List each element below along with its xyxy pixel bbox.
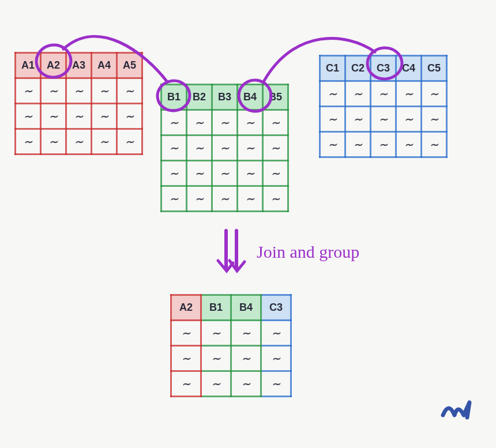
table-row: ∼∼∼∼∼: [161, 135, 288, 161]
col-header-A2: A2: [41, 53, 66, 78]
diagram-canvas: A1 A2 A3 A4 A5 ∼∼∼∼∼ ∼∼∼∼∼ ∼∼∼∼∼ B1 B2 B…: [0, 0, 496, 448]
result-table: A2 B1 B4 C3 ∼∼∼∼ ∼∼∼∼ ∼∼∼∼: [170, 294, 292, 397]
table-row: A2 B1 B4 C3: [171, 295, 291, 321]
col-header-B3: B3: [212, 85, 238, 110]
col-header-A5: A5: [117, 53, 142, 78]
table-row: ∼∼∼∼∼: [16, 104, 142, 129]
operation-label: Join and group: [257, 242, 359, 262]
result-col-B4: B4: [231, 295, 261, 321]
result-col-C3: C3: [261, 295, 291, 321]
result-col-A2: A2: [171, 295, 201, 321]
table-row: B1 B2 B3 B4 B5: [161, 85, 288, 110]
col-header-A4: A4: [92, 53, 117, 78]
col-header-B1: B1: [161, 85, 187, 110]
table-b: B1 B2 B3 B4 B5 ∼∼∼∼∼ ∼∼∼∼∼ ∼∼∼∼∼ ∼∼∼∼∼: [160, 84, 289, 212]
table-a: A1 A2 A3 A4 A5 ∼∼∼∼∼ ∼∼∼∼∼ ∼∼∼∼∼: [14, 52, 143, 155]
result-col-B1: B1: [201, 295, 231, 321]
col-header-C4: C4: [396, 56, 422, 81]
table-row: ∼∼∼∼∼: [320, 81, 447, 107]
col-header-C1: C1: [320, 56, 345, 81]
col-header-B5: B5: [263, 85, 288, 110]
table-row: ∼∼∼∼∼: [16, 129, 142, 155]
table-row: ∼∼∼∼∼: [161, 186, 288, 212]
table-c: C1 C2 C3 C4 C5 ∼∼∼∼∼ ∼∼∼∼∼ ∼∼∼∼∼: [319, 55, 448, 158]
col-header-C2: C2: [345, 56, 371, 81]
col-header-A1: A1: [16, 53, 41, 78]
col-header-A3: A3: [66, 53, 92, 78]
table-row: ∼∼∼∼: [171, 321, 291, 346]
col-header-B2: B2: [187, 85, 212, 110]
col-header-B4: B4: [238, 85, 263, 110]
table-row: ∼∼∼∼: [171, 371, 291, 397]
table-row: ∼∼∼∼∼: [161, 110, 288, 135]
col-header-C5: C5: [422, 56, 447, 81]
table-row: ∼∼∼∼∼: [16, 78, 142, 104]
table-row: A1 A2 A3 A4 A5: [16, 53, 142, 78]
table-row: ∼∼∼∼∼: [161, 161, 288, 186]
table-row: ∼∼∼∼: [171, 346, 291, 371]
col-header-C3: C3: [371, 56, 396, 81]
signature-mark: [441, 398, 473, 425]
table-row: C1 C2 C3 C4 C5: [320, 56, 447, 81]
table-row: ∼∼∼∼∼: [320, 132, 447, 157]
table-row: ∼∼∼∼∼: [320, 107, 447, 132]
